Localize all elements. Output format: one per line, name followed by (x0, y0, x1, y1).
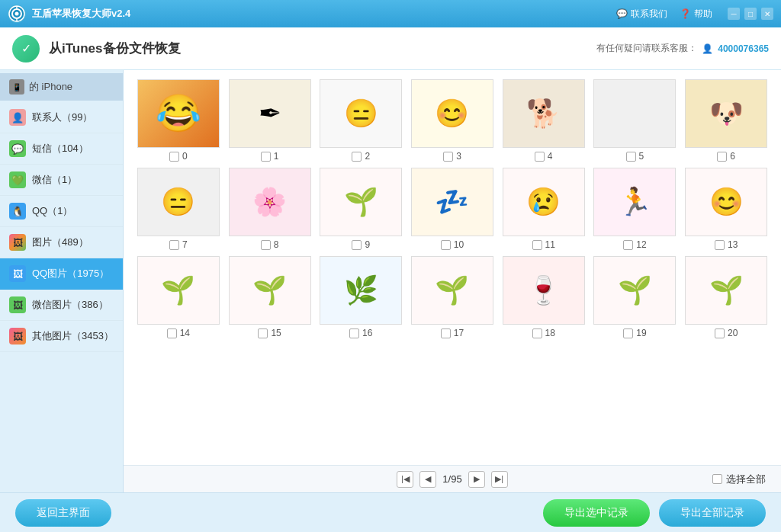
grid-thumb-14[interactable]: 🌱 (137, 256, 220, 325)
grid-checkbox-19[interactable] (623, 328, 633, 338)
select-all-label: 选择全部 (726, 473, 766, 486)
grid-thumb-5[interactable] (593, 79, 676, 148)
pagination-bar: |◀ ◀ 1/95 ▶ ▶| 选择全部 (124, 465, 781, 492)
export-all-button[interactable]: 导出全部记录 (659, 499, 766, 527)
grid-checkbox-16[interactable] (349, 328, 359, 338)
sidebar-item-qqphotos[interactable]: 🖼 QQ图片（1975） (0, 258, 123, 290)
grid-thumb-6[interactable]: 🐶 (685, 79, 767, 148)
app-logo (8, 5, 26, 23)
grid-number-17: 17 (454, 328, 464, 338)
sidebar-label-otherphotos: 其他图片（3453） (32, 329, 114, 343)
grid-checkbox-9[interactable] (352, 240, 362, 250)
app-title: 互盾苹果恢复大师v2.4 (32, 7, 616, 21)
grid-checkbox-2[interactable] (352, 152, 362, 162)
grid-thumb-15[interactable]: 🌱 (229, 256, 311, 325)
page-first-button[interactable]: |◀ (397, 471, 413, 488)
grid-checkbox-13[interactable] (715, 240, 725, 250)
grid-number-8: 8 (274, 239, 279, 250)
grid-thumb-12[interactable]: 🏃 (593, 168, 676, 236)
grid-thumb-2[interactable]: 😑 (320, 79, 402, 148)
grid-thumb-0[interactable]: 😂 (137, 79, 220, 148)
close-button[interactable]: ✕ (761, 8, 773, 20)
grid-checkbox-15[interactable] (258, 328, 268, 338)
grid-item-8: 🌸8 (227, 168, 313, 250)
grid-thumb-8[interactable]: 🌸 (229, 168, 311, 236)
grid-checkbox-17[interactable] (441, 328, 451, 338)
header-title: 从iTunes备份文件恢复 (49, 40, 596, 57)
export-buttons: 导出选中记录 导出全部记录 (543, 499, 766, 527)
back-button[interactable]: 返回主界面 (15, 499, 111, 527)
sidebar-item-sms[interactable]: 💬 短信（104） (0, 133, 123, 165)
grid-checkbox-18[interactable] (532, 328, 542, 338)
chat-icon: 💬 (616, 8, 628, 19)
restore-button[interactable]: □ (744, 8, 757, 20)
sidebar: 📱 的 iPhone 👤 联系人（99） 💬 短信（104） 💚 微信（1） 🐧… (0, 70, 124, 492)
sidebar-item-wxphotos[interactable]: 🖼 微信图片（386） (0, 290, 123, 321)
grid-thumb-19[interactable]: 🌱 (593, 256, 676, 325)
page-next-button[interactable]: ▶ (468, 471, 485, 488)
grid-thumb-20[interactable]: 🌱 (685, 256, 767, 325)
content-area: 😂0✒1😑2😊3🐕4 5🐶6😑7🌸8🌱9💤10😢11🏃12😊13🌱14🌱15🌿1… (124, 70, 781, 492)
grid-thumb-7[interactable]: 😑 (137, 168, 220, 236)
grid-item-4: 🐕4 (501, 79, 587, 162)
sidebar-label-sms: 短信（104） (32, 142, 88, 155)
grid-checkbox-7[interactable] (169, 240, 179, 250)
grid-checkbox-14[interactable] (167, 328, 177, 338)
grid-thumb-16[interactable]: 🌿 (320, 256, 402, 325)
sidebar-item-contacts[interactable]: 👤 联系人（99） (0, 102, 123, 133)
image-grid: 😂0✒1😑2😊3🐕4 5🐶6😑7🌸8🌱9💤10😢11🏃12😊13🌱14🌱15🌿1… (124, 70, 781, 465)
export-selected-button[interactable]: 导出选中记录 (543, 499, 650, 527)
grid-item-1: ✒1 (227, 79, 313, 162)
sidebar-icon-wechat: 💚 (9, 171, 26, 188)
grid-item-2: 😑2 (318, 79, 403, 162)
grid-number-0: 0 (182, 151, 188, 162)
nav-help-btn[interactable]: ❓ 帮助 (680, 8, 712, 21)
help-icon: ❓ (680, 8, 691, 19)
grid-item-13: 😊13 (683, 168, 769, 250)
window-controls: ─ □ ✕ (728, 8, 773, 20)
grid-thumb-3[interactable]: 😊 (411, 79, 493, 148)
sidebar-icon-otherphotos: 🖼 (9, 328, 26, 345)
sidebar-item-photos[interactable]: 🖼 图片（489） (0, 227, 123, 258)
grid-checkbox-10[interactable] (441, 240, 451, 250)
grid-checkbox-8[interactable] (261, 240, 271, 250)
select-all-checkbox[interactable] (712, 474, 722, 484)
grid-checkbox-3[interactable] (443, 152, 453, 162)
nav-contact-btn[interactable]: 💬 联系我们 (616, 8, 667, 21)
grid-item-16: 🌿16 (318, 256, 403, 338)
grid-checkbox-4[interactable] (535, 152, 545, 162)
grid-checkbox-5[interactable] (626, 152, 636, 162)
grid-item-14: 🌱14 (136, 256, 221, 338)
grid-checkbox-1[interactable] (261, 152, 271, 162)
sidebar-label-contacts: 联系人（99） (32, 111, 92, 124)
grid-checkbox-11[interactable] (532, 240, 542, 250)
grid-item-18: 🍷18 (501, 256, 587, 338)
grid-item-10: 💤10 (410, 168, 495, 250)
grid-checkbox-20[interactable] (715, 328, 725, 338)
grid-thumb-11[interactable]: 😢 (503, 168, 585, 236)
grid-checkbox-0[interactable] (169, 152, 179, 162)
grid-thumb-9[interactable]: 🌱 (320, 168, 402, 236)
titlebar: 互盾苹果恢复大师v2.4 💬 联系我们 ❓ 帮助 ─ □ ✕ (0, 0, 781, 27)
grid-thumb-4[interactable]: 🐕 (503, 79, 585, 148)
sidebar-item-otherphotos[interactable]: 🖼 其他图片（3453） (0, 321, 123, 352)
page-prev-button[interactable]: ◀ (419, 471, 436, 488)
page-last-button[interactable]: ▶| (491, 471, 508, 488)
grid-number-6: 6 (730, 151, 735, 162)
grid-checkbox-6[interactable] (717, 152, 727, 162)
sidebar-item-wechat[interactable]: 💚 微信（1） (0, 165, 123, 196)
sidebar-label-qqphotos: QQ图片（1975） (32, 267, 109, 280)
header-icon: ✓ (12, 35, 40, 62)
grid-thumb-1[interactable]: ✒ (229, 79, 311, 148)
grid-thumb-13[interactable]: 😊 (685, 168, 767, 236)
grid-thumb-10[interactable]: 💤 (411, 168, 493, 236)
grid-number-2: 2 (365, 151, 370, 162)
sidebar-item-qq[interactable]: 🐧 QQ（1） (0, 196, 123, 227)
minimize-button[interactable]: ─ (728, 8, 740, 20)
contact-number[interactable]: 4000076365 (718, 43, 769, 54)
grid-thumb-17[interactable]: 🌱 (411, 256, 493, 325)
device-item: 📱 的 iPhone (0, 73, 123, 101)
grid-checkbox-12[interactable] (623, 240, 633, 250)
grid-item-0: 😂0 (136, 79, 221, 162)
grid-thumb-18[interactable]: 🍷 (503, 256, 585, 325)
